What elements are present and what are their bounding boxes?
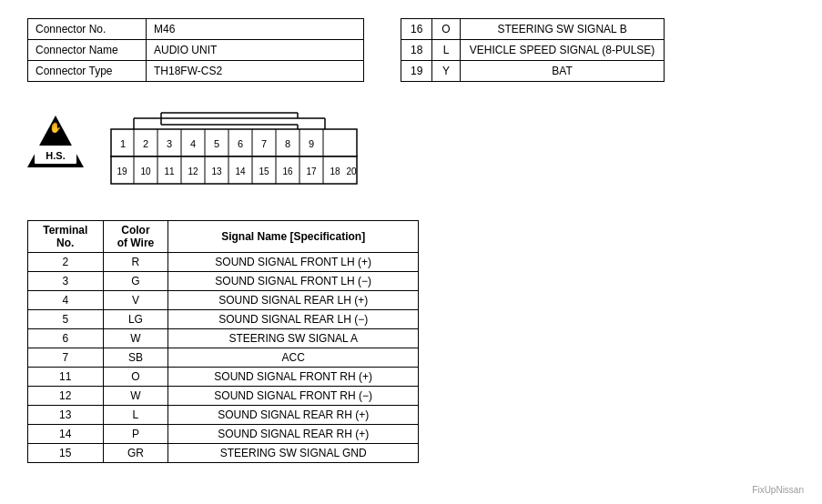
svg-text:15: 15 <box>259 166 269 176</box>
svg-text:13: 13 <box>211 166 222 176</box>
terminal-table: Terminal No. Color of Wire Signal Name [… <box>27 220 419 463</box>
terminal-signal: SOUND SIGNAL REAR LH (−) <box>168 310 419 329</box>
connector-info-table: Connector No.M46Connector NameAUDIO UNIT… <box>27 18 364 82</box>
watermark-text: FixUpNissan <box>752 485 804 495</box>
svg-text:18: 18 <box>330 166 340 176</box>
svg-text:17: 17 <box>306 166 317 176</box>
terminal-terminal: 15 <box>28 444 104 463</box>
terminal-color: L <box>103 406 168 425</box>
hs-badge: ✋ H.S. <box>27 111 84 167</box>
terminal-signal: SOUND SIGNAL REAR RH (+) <box>168 406 419 425</box>
connector-value: TH18FW-CS2 <box>147 61 364 82</box>
terminal-terminal: 6 <box>28 329 104 348</box>
svg-text:12: 12 <box>188 166 198 176</box>
right-signal-terminal: 18 <box>401 40 432 61</box>
terminal-signal: SOUND SIGNAL FRONT RH (−) <box>168 387 419 406</box>
svg-text:11: 11 <box>164 166 175 176</box>
right-signal-signal: STEERING SW SIGNAL B <box>460 19 665 40</box>
connector-label: Connector Type <box>28 61 147 82</box>
connector-label: Connector Name <box>28 40 147 61</box>
terminal-signal: SOUND SIGNAL REAR LH (+) <box>168 291 419 310</box>
svg-text:2: 2 <box>143 138 148 149</box>
terminal-terminal: 3 <box>28 272 104 291</box>
terminal-signal: ACC <box>168 348 419 368</box>
right-signal-signal: VEHICLE SPEED SIGNAL (8-PULSE) <box>460 40 665 61</box>
terminal-color: P <box>103 425 168 444</box>
svg-text:✋: ✋ <box>49 121 62 134</box>
right-signal-color: L <box>432 40 460 61</box>
svg-text:16: 16 <box>282 166 293 176</box>
terminal-color: V <box>103 291 168 310</box>
terminal-terminal: 12 <box>28 387 104 406</box>
signal-col-header: Signal Name [Specification] <box>168 221 419 253</box>
svg-text:4: 4 <box>190 138 196 149</box>
terminal-signal: SOUND SIGNAL FRONT LH (−) <box>168 272 419 291</box>
connector-label: Connector No. <box>28 19 147 40</box>
svg-text:20: 20 <box>346 166 357 176</box>
terminal-terminal: 2 <box>28 253 104 272</box>
svg-text:9: 9 <box>309 138 314 149</box>
right-signal-terminal: 19 <box>401 61 432 82</box>
terminal-section: Terminal No. Color of Wire Signal Name [… <box>27 220 795 463</box>
svg-text:10: 10 <box>140 166 151 176</box>
terminal-terminal: 7 <box>28 348 104 368</box>
svg-text:1: 1 <box>120 138 126 149</box>
diagram-area: ✋ H.S. <box>27 97 795 202</box>
terminal-terminal: 13 <box>28 406 104 425</box>
terminal-terminal: 5 <box>28 310 104 329</box>
svg-text:19: 19 <box>117 166 127 176</box>
svg-text:5: 5 <box>214 138 219 149</box>
connector-value: AUDIO UNIT <box>147 40 364 61</box>
color-col-header: Color of Wire <box>103 221 168 253</box>
svg-text:7: 7 <box>261 138 267 149</box>
right-signal-signal: BAT <box>460 61 665 82</box>
svg-text:H.S.: H.S. <box>46 150 65 161</box>
terminal-signal: SOUND SIGNAL FRONT LH (+) <box>168 253 419 272</box>
terminal-color: LG <box>103 310 168 329</box>
right-signal-color: O <box>432 19 460 40</box>
terminal-col-header: Terminal No. <box>28 221 104 253</box>
svg-text:14: 14 <box>235 166 246 176</box>
terminal-color: O <box>103 368 168 387</box>
svg-text:8: 8 <box>285 138 290 149</box>
right-signal-color: Y <box>432 61 460 82</box>
terminal-terminal: 14 <box>28 425 104 444</box>
terminal-color: GR <box>103 444 168 463</box>
terminal-color: W <box>103 387 168 406</box>
signal-table-right: 16OSTEERING SW SIGNAL B18LVEHICLE SPEED … <box>401 18 665 82</box>
right-signal-terminal: 16 <box>401 19 432 40</box>
connector-pin-diagram: 1 2 3 4 5 6 7 8 9 19 10 11 12 13 <box>93 102 375 202</box>
terminal-signal: SOUND SIGNAL FRONT RH (+) <box>168 368 419 387</box>
terminal-terminal: 4 <box>28 291 104 310</box>
svg-text:6: 6 <box>238 138 243 149</box>
terminal-terminal: 11 <box>28 368 104 387</box>
svg-text:3: 3 <box>167 138 172 149</box>
terminal-color: W <box>103 329 168 348</box>
terminal-color: G <box>103 272 168 291</box>
connector-value: M46 <box>147 19 364 40</box>
terminal-signal: STEERING SW SIGNAL A <box>168 329 419 348</box>
terminal-signal: SOUND SIGNAL REAR RH (+) <box>168 425 419 444</box>
terminal-signal: STEERING SW SIGNAL GND <box>168 444 419 463</box>
terminal-color: SB <box>103 348 168 368</box>
terminal-color: R <box>103 253 168 272</box>
